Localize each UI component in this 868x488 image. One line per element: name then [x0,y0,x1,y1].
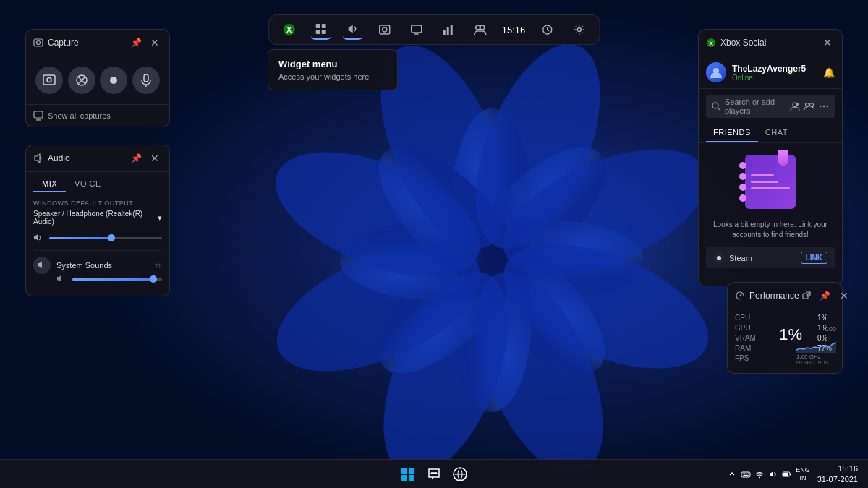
svg-point-66 [433,472,435,474]
taskbar-date: 31-07-2021 [817,474,858,484]
main-volume-slider[interactable] [49,237,162,239]
perf-chart [796,337,836,353]
language-button[interactable]: ENGIN [796,466,810,482]
gamebar-widgets-button[interactable] [311,20,331,40]
audio-content: WINDOWS DEFAULT OUTPUT Speaker / Headpho… [26,192,169,296]
capture-buttons-row [26,56,169,104]
start-button[interactable] [397,463,419,485]
user-status: Online [732,74,806,82]
xbox-tab-friends[interactable]: FRIENDS [706,124,758,142]
svg-rect-70 [741,472,750,477]
show-all-captures-button[interactable]: Show all captures [26,104,169,127]
perf-detach-button[interactable] [799,288,814,303]
system-tray [726,468,793,480]
gamebar-settings-button[interactable] [569,20,589,40]
capture-close-button[interactable]: ✕ [148,35,162,50]
svg-point-65 [431,472,433,474]
system-sounds-slider[interactable] [72,278,162,281]
clock-button[interactable]: 15:16 31-07-2021 [813,462,862,486]
gamebar-stats-button[interactable] [438,20,459,40]
chevron-down-icon: ▾ [158,213,162,223]
audio-pin-button[interactable]: 📌 [129,151,143,166]
system-sounds-favorite-button[interactable]: ☆ [154,260,162,270]
friends-empty-text: Looks a bit empty in here. Link your acc… [706,220,835,240]
taskbar: ENGIN 15:16 31-07-2021 [0,459,868,488]
ram-label: RAM [735,344,761,352]
windows-default-output-label: WINDOWS DEFAULT OUTPUT [33,200,162,207]
performance-panel: Performance 📌 ✕ CPU 1% GPU 1% VRAM 0% [727,282,843,374]
volume-icon [33,233,45,243]
widget-tooltip: Widget menu Access your widgets here [268,49,398,90]
system-sounds-volume-row [33,274,162,284]
steam-link-button[interactable]: LINK [801,252,827,264]
add-player-icon[interactable] [790,101,800,111]
people-icon[interactable] [804,101,814,111]
svg-point-58 [823,106,825,107]
xbox-social-tabs: FRIENDS CHAT [699,124,842,143]
xbox-tab-chat[interactable]: CHAT [758,124,795,142]
windows-logo [401,468,414,481]
performance-panel-title: Performance [735,291,799,301]
gamebar-tv-button[interactable] [407,20,427,40]
browser-button[interactable] [449,463,471,485]
battery-icon[interactable] [781,468,793,480]
xbox-social-close-button[interactable]: ✕ [820,35,835,50]
perf-pin-button[interactable]: 📌 [818,288,833,303]
audio-panel-controls: 📌 ✕ [129,151,162,166]
gamebar-xbox-button[interactable]: X [279,20,299,40]
gamebar-social-button[interactable] [470,20,490,40]
svg-point-31 [480,25,485,30]
audio-tabs: MIX VOICE [26,172,169,192]
keyboard-icon[interactable] [740,468,752,480]
taskbar-time: 15:16 [817,463,858,474]
stop-record-button[interactable] [68,67,95,94]
chat-button[interactable] [423,463,445,485]
svg-point-50 [712,103,718,108]
performance-stats-area: CPU 1% GPU 1% VRAM 0% RAM 77% FPS -- 1% … [728,309,842,367]
steam-icon [713,252,725,264]
screenshot-button[interactable] [35,67,63,94]
cpu-stat-row: CPU 1% [735,314,835,322]
gamebar-capture-button[interactable] [375,20,395,40]
player-search-input[interactable]: Search or add players [725,98,786,115]
perf-seconds-label: 60 SECONDS [796,360,836,365]
more-options-icon[interactable] [819,101,829,111]
system-sounds-mute-button[interactable] [33,257,51,274]
svg-point-57 [820,106,821,107]
volume-tray-icon[interactable] [767,468,779,480]
svg-point-41 [110,77,117,84]
audio-close-button[interactable]: ✕ [148,151,162,166]
svg-point-61 [717,256,721,260]
svg-rect-21 [316,30,320,34]
vram-label: VRAM [735,334,761,342]
perf-close-button[interactable]: ✕ [837,288,851,303]
audio-tab-mix[interactable]: MIX [33,176,66,192]
win-square-tr [409,468,414,474]
svg-rect-23 [380,25,390,34]
win-square-br [409,475,414,481]
audio-panel-title: Audio [33,153,70,163]
svg-rect-19 [316,24,320,28]
main-volume-row [33,233,162,243]
perf-hz-label: 1.60 GHz [796,354,836,360]
svg-rect-34 [34,39,43,46]
notification-bell-button[interactable]: 🔔 [823,67,835,78]
show-captures-label: Show all captures [48,111,111,120]
mic-button[interactable] [132,67,160,94]
gamebar-watch-button[interactable] [537,20,557,40]
monitor-icon [33,111,43,121]
user-info: TheLazyAvenger5 Online [732,64,806,82]
svg-rect-25 [412,25,422,33]
friends-empty-state: Looks a bit empty in here. Link your acc… [699,143,842,286]
player-search-bar[interactable]: Search or add players [706,95,835,118]
xbox-social-title: X Xbox Social [706,38,766,48]
capture-pin-button[interactable]: 📌 [129,35,143,50]
wifi-icon[interactable] [754,468,765,480]
gamebar-audio-button[interactable] [343,20,363,40]
tray-chevron-button[interactable] [726,468,738,480]
audio-tab-voice[interactable]: VOICE [66,176,110,192]
record-button[interactable] [100,67,127,94]
audio-panel-header: Audio 📌 ✕ [26,145,169,172]
win-square-bl [401,475,407,481]
audio-device-selector[interactable]: Speaker / Headphone (Realtek(R) Audio) ▾ [33,210,162,226]
